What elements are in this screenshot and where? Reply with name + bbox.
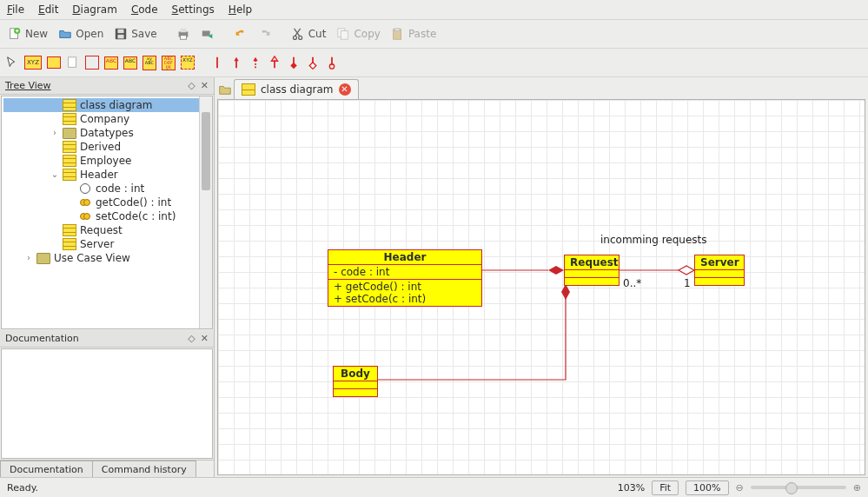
tree-item-label: getCode() : int [96, 195, 171, 209]
svg-rect-12 [341, 30, 348, 39]
tree-item[interactable]: ›Datatypes [3, 126, 212, 140]
tree-item[interactable]: ⌄Header [3, 168, 212, 182]
zoom-out-icon[interactable]: ⊖ [736, 482, 744, 494]
realization-tool-icon[interactable] [325, 56, 339, 70]
zoom-value: 103% [618, 482, 645, 494]
print-button[interactable] [174, 26, 193, 42]
diagram-tab-bar: class diagram ✕ [215, 77, 868, 99]
multiplicity-left: 0..* [623, 277, 641, 289]
tree-item[interactable]: class diagram [3, 98, 212, 112]
menu-settings[interactable]: Settings [172, 3, 215, 16]
tree-undock-icon[interactable]: ◇ [188, 80, 195, 91]
doc-close-icon[interactable]: ✕ [201, 333, 209, 344]
tab-close-icon[interactable]: ✕ [339, 83, 351, 96]
uml-class-request[interactable]: Request [564, 255, 620, 286]
save-button[interactable]: Save [111, 26, 159, 42]
uml-class-body[interactable]: Body [333, 366, 378, 397]
tree-item-label: code : int [96, 182, 144, 195]
interface-tool-icon[interactable]: ABC [123, 56, 137, 70]
datatype-tool-icon[interactable]: xyABC [142, 56, 156, 70]
tree-item[interactable]: setCode(c : int) [3, 209, 212, 223]
element-toolbar: XYZ ABC ABC xyABC ABCDEFIJK XYZ [0, 49, 868, 77]
class-icon [63, 238, 76, 250]
assoc-tool-icon[interactable] [210, 56, 224, 70]
class-icon [63, 155, 76, 167]
tree-item[interactable]: ›Use Case View [3, 251, 212, 265]
directed-assoc-tool-icon[interactable] [229, 56, 243, 70]
rect-tool-icon[interactable] [85, 56, 99, 70]
zoom-fit-button[interactable]: Fit [652, 480, 679, 495]
class-tool-icon[interactable]: ABC [104, 56, 118, 70]
status-bar: Ready. 103% Fit 100% ⊖ ⊕ [0, 477, 868, 497]
menu-help[interactable]: Help [229, 3, 252, 16]
new-label: New [25, 28, 48, 40]
status-text: Ready. [7, 482, 38, 494]
menu-file[interactable]: File [7, 3, 24, 16]
generalization-tool-icon[interactable] [268, 56, 282, 70]
uml-header-attr: - code : int [328, 265, 481, 280]
zoom-in-icon[interactable]: ⊕ [853, 482, 861, 494]
tree-item-label: Datatypes [80, 126, 134, 140]
tree-item[interactable]: Company [3, 112, 212, 126]
doc-undock-icon[interactable]: ◇ [188, 333, 195, 344]
tab-folder-icon[interactable] [218, 83, 232, 96]
cut-button[interactable]: Cut [288, 26, 329, 42]
documentation-textarea[interactable] [1, 348, 213, 459]
class-icon [63, 224, 76, 236]
redo-button[interactable] [255, 26, 275, 42]
aggregation-tool-icon[interactable] [306, 56, 320, 70]
package-tool-icon[interactable]: XYZ [181, 56, 195, 70]
zoom-slider[interactable] [751, 486, 846, 489]
left-column: Tree View ◇✕ class diagramCompany›Dataty… [0, 77, 215, 478]
tab-documentation[interactable]: Documentation [0, 461, 93, 478]
composition-tool-icon[interactable] [287, 56, 301, 70]
tree-item-label: class diagram [80, 98, 153, 112]
save-icon [114, 27, 128, 41]
tree-item[interactable]: code : int [3, 182, 212, 195]
menu-diagram[interactable]: Diagram [72, 3, 117, 16]
enum-tool-icon[interactable]: ABCDEFIJK [162, 56, 176, 70]
menu-code[interactable]: Code [131, 3, 158, 16]
diagram-tab[interactable]: class diagram ✕ [234, 79, 359, 99]
menu-edit[interactable]: Edit [38, 3, 58, 16]
uml-class-server[interactable]: Server [694, 255, 745, 286]
box-tool-icon[interactable] [47, 56, 61, 70]
pointer-tool-icon[interactable] [5, 56, 19, 70]
uml-server-title: Server [695, 255, 744, 270]
copy-icon [336, 27, 350, 41]
page-tool-icon[interactable] [66, 56, 80, 70]
tree-item-label: Employee [80, 154, 131, 168]
svg-rect-7 [180, 36, 186, 39]
tree-item-label: setCode(c : int) [96, 209, 176, 223]
dependency-tool-icon[interactable] [248, 56, 262, 70]
tree-item[interactable]: Employee [3, 154, 212, 168]
new-button[interactable]: New [5, 26, 50, 42]
tree-view[interactable]: class diagramCompany›DatatypesDerivedEmp… [1, 96, 213, 329]
print-icon [176, 27, 190, 41]
paste-icon [391, 27, 405, 41]
copy-button[interactable]: Copy [334, 26, 382, 42]
tab-command-history[interactable]: Command history [92, 461, 196, 478]
tree-item[interactable]: Derived [3, 140, 212, 154]
tree-item[interactable]: Server [3, 237, 212, 251]
open-label: Open [76, 28, 103, 40]
undo-button[interactable] [231, 26, 250, 42]
tree-item[interactable]: getCode() : int [3, 195, 212, 209]
copy-label: Copy [354, 28, 380, 40]
operation-icon [78, 196, 92, 209]
uml-header-op2: + setCode(c : int) [334, 293, 476, 305]
svg-rect-6 [180, 29, 186, 32]
zoom-100-button[interactable]: 100% [686, 480, 728, 495]
main-toolbar: New Open Save Cut Copy Paste [0, 20, 868, 49]
print-preview-button[interactable] [198, 26, 217, 42]
note-tool-icon[interactable]: XYZ [24, 56, 42, 70]
paste-button[interactable]: Paste [388, 26, 439, 42]
diagram-tab-icon [242, 83, 255, 96]
diagram-canvas[interactable]: Header - code : int + getCode() : int + … [217, 99, 865, 475]
open-button[interactable]: Open [56, 26, 106, 42]
tree-scrollbar[interactable] [199, 96, 212, 328]
svg-rect-23 [309, 63, 316, 70]
tree-item[interactable]: Request [3, 223, 212, 237]
tree-close-icon[interactable]: ✕ [201, 80, 209, 91]
uml-class-header[interactable]: Header - code : int + getCode() : int + … [328, 249, 482, 307]
